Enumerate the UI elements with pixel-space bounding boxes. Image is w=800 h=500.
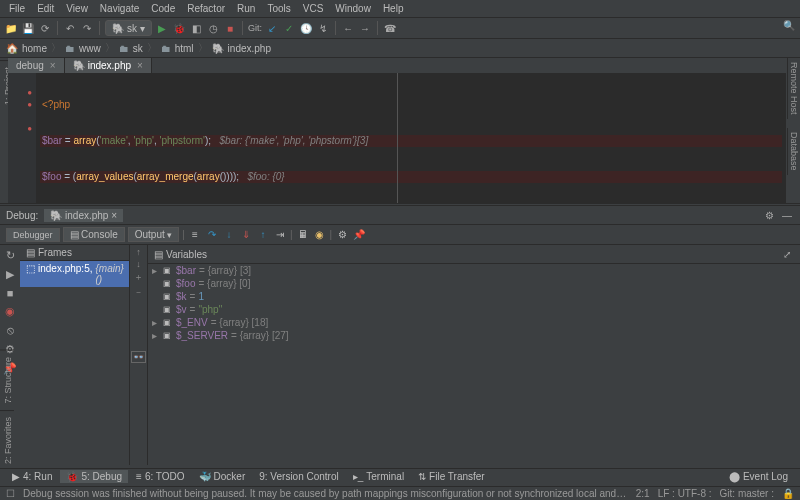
vcs-update-icon[interactable]: ↙: [265, 21, 279, 35]
menu-help[interactable]: Help: [378, 2, 409, 15]
menu-code[interactable]: Code: [146, 2, 180, 15]
var-row[interactable]: ▣$v = "php": [148, 303, 800, 316]
tab-file-transfer[interactable]: ⇅File Transfer: [412, 470, 491, 483]
forward-icon[interactable]: →: [358, 21, 372, 35]
refresh-icon[interactable]: ⟳: [38, 21, 52, 35]
folder-icon: 🖿: [65, 43, 75, 54]
breakpoint-icon[interactable]: ●: [12, 123, 32, 135]
minimize-icon[interactable]: —: [780, 208, 794, 222]
tab-remote-host[interactable]: Remote Host: [787, 58, 800, 119]
folder-icon: 🖿: [161, 43, 171, 54]
tab-database[interactable]: Database: [787, 128, 800, 175]
menu-window[interactable]: Window: [330, 2, 376, 15]
var-row[interactable]: ▣$k = 1: [148, 290, 800, 303]
save-icon[interactable]: 💾: [21, 21, 35, 35]
debug-session-tab[interactable]: 🐘 index.php ×: [44, 209, 123, 222]
menu-run[interactable]: Run: [232, 2, 260, 15]
gutter[interactable]: ● ● ●: [8, 73, 36, 203]
step-into-icon[interactable]: ↓: [222, 228, 236, 242]
redo-icon[interactable]: ↷: [80, 21, 94, 35]
menu-navigate[interactable]: Navigate: [95, 2, 144, 15]
tab-debug[interactable]: debug×: [8, 58, 65, 73]
step-out-icon[interactable]: ↑: [256, 228, 270, 242]
crumb-sk[interactable]: sk: [133, 43, 143, 54]
evaluate-icon[interactable]: 🖩: [296, 228, 310, 242]
menu-edit[interactable]: Edit: [32, 2, 59, 15]
tab-structure[interactable]: 7: Structure: [0, 350, 14, 410]
encoding[interactable]: LF : UTF-8 :: [658, 488, 712, 499]
gear-icon[interactable]: ⚙: [762, 208, 776, 222]
step-icon[interactable]: ≡: [188, 228, 202, 242]
tab-terminal[interactable]: ▸_Terminal: [347, 470, 410, 483]
down-icon[interactable]: ↓: [136, 259, 141, 269]
add-icon[interactable]: ＋: [134, 271, 143, 284]
run-icon[interactable]: ▶: [155, 21, 169, 35]
menu-vcs[interactable]: VCS: [298, 2, 329, 15]
frame-row[interactable]: ⬚ index.php:5, {main}(): [20, 261, 129, 287]
tab-todo[interactable]: ≡6: TODO: [130, 470, 191, 483]
up-icon[interactable]: ↑: [136, 247, 141, 257]
crumb-home[interactable]: home: [22, 43, 47, 54]
editor-tabs: debug× 🐘index.php×: [8, 58, 786, 73]
lock-icon[interactable]: 🔒: [782, 488, 794, 499]
cursor-position[interactable]: 2:1: [636, 488, 650, 499]
mark-icon[interactable]: ◉: [313, 228, 327, 242]
expand-arrow-icon[interactable]: ▸: [152, 265, 160, 276]
step-over-icon[interactable]: ↷: [205, 228, 219, 242]
main-toolbar: 📁 💾 ⟳ ↶ ↷ 🐘 sk ▾ ▶ 🐞 ◧ ◷ ■ Git: ↙ ✓ 🕓 ↯ …: [0, 18, 800, 39]
code-editor[interactable]: ● ● ● <?php $bar = array('make', 'php', …: [8, 73, 786, 203]
git-branch[interactable]: Git: master :: [720, 488, 774, 499]
debug-body: ↻ ▶ ■ ◉ ⦸ ⚙ 📌 ▤Frames ⬚ index.php:5, {ma…: [0, 245, 800, 465]
profile-icon[interactable]: ◷: [206, 21, 220, 35]
var-row[interactable]: ▸▣$bar = {array} [3]: [148, 264, 800, 277]
tab-console[interactable]: ▤ Console: [63, 227, 125, 242]
force-step-into-icon[interactable]: ⇓: [239, 228, 253, 242]
var-row[interactable]: ▣$foo = {array} [0]: [148, 277, 800, 290]
vars-icon: ▤: [154, 249, 163, 260]
menu-view[interactable]: View: [61, 2, 93, 15]
status-icon[interactable]: ☐: [6, 488, 15, 499]
expand-arrow-icon[interactable]: ▸: [152, 317, 160, 328]
run-to-cursor-icon[interactable]: ⇥: [273, 228, 287, 242]
menu-tools[interactable]: Tools: [262, 2, 295, 15]
pin-icon[interactable]: 📌: [352, 228, 366, 242]
coverage-icon[interactable]: ◧: [189, 21, 203, 35]
breakpoint-icon[interactable]: ●: [12, 87, 32, 99]
crumb-www[interactable]: www: [79, 43, 101, 54]
vcs-revert-icon[interactable]: ↯: [316, 21, 330, 35]
tab-output[interactable]: Output ▾: [128, 227, 180, 242]
vcs-commit-icon[interactable]: ✓: [282, 21, 296, 35]
breakpoint-icon[interactable]: ●: [12, 99, 32, 111]
menu-file[interactable]: File: [4, 2, 30, 15]
event-log[interactable]: ⬤Event Log: [723, 470, 794, 483]
listen-debug-icon[interactable]: ☎: [383, 21, 397, 35]
expand-icon[interactable]: ⤢: [780, 247, 794, 261]
var-row[interactable]: ▸▣$_ENV = {array} [18]: [148, 316, 800, 329]
watches-icon[interactable]: 👓: [131, 351, 146, 363]
back-icon[interactable]: ←: [341, 21, 355, 35]
crumb-html[interactable]: html: [175, 43, 194, 54]
settings-icon[interactable]: ⚙: [335, 228, 349, 242]
crumb-file[interactable]: index.php: [228, 43, 271, 54]
tab-index-php[interactable]: 🐘index.php×: [65, 58, 152, 73]
tab-debug[interactable]: 🐞5: Debug: [60, 470, 128, 483]
menu-refactor[interactable]: Refactor: [182, 2, 230, 15]
remove-icon[interactable]: －: [134, 286, 143, 299]
tab-debugger[interactable]: Debugger: [6, 228, 60, 242]
var-row[interactable]: ▸▣$_SERVER = {array} [27]: [148, 329, 800, 342]
undo-icon[interactable]: ↶: [63, 21, 77, 35]
tab-run[interactable]: ▶4: Run: [6, 470, 58, 483]
expand-arrow-icon[interactable]: ▸: [152, 330, 160, 341]
debug-icon[interactable]: 🐞: [172, 21, 186, 35]
tab-favorites[interactable]: 2: Favorites: [0, 410, 14, 470]
open-icon[interactable]: 📁: [4, 21, 18, 35]
close-icon[interactable]: ×: [111, 210, 117, 221]
search-icon[interactable]: 🔍: [782, 18, 796, 32]
close-icon[interactable]: ×: [50, 60, 56, 71]
vcs-history-icon[interactable]: 🕓: [299, 21, 313, 35]
tab-vcs[interactable]: 9: Version Control: [253, 470, 345, 483]
tab-docker[interactable]: 🐳Docker: [193, 470, 252, 483]
stop-icon[interactable]: ■: [223, 21, 237, 35]
run-config-selector[interactable]: 🐘 sk ▾: [105, 20, 152, 36]
close-icon[interactable]: ×: [137, 60, 143, 71]
